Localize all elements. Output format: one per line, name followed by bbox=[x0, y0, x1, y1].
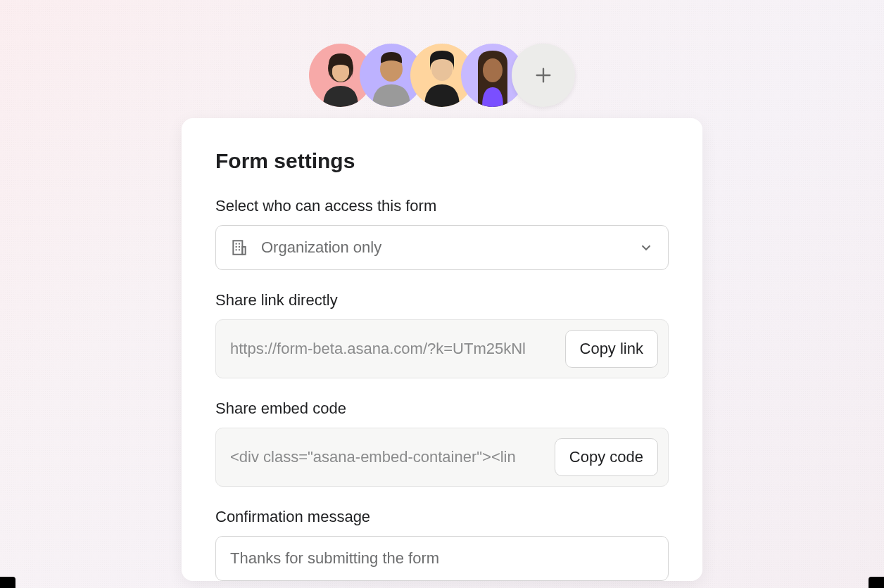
svg-rect-9 bbox=[242, 247, 245, 255]
access-section: Select who can access this form Organiza… bbox=[215, 197, 669, 270]
confirmation-section: Confirmation message bbox=[215, 508, 669, 581]
share-link-value: https://form-beta.asana.com/?k=UTm25kNl bbox=[230, 340, 555, 358]
page-title: Form settings bbox=[215, 149, 669, 173]
building-icon bbox=[230, 238, 248, 257]
embed-code-box: <div class="asana-embed-container"><lin … bbox=[215, 428, 669, 487]
chevron-down-icon bbox=[638, 240, 654, 255]
add-member-button[interactable] bbox=[512, 44, 575, 107]
access-value: Organization only bbox=[261, 238, 638, 257]
svg-point-5 bbox=[483, 58, 503, 82]
copy-code-button[interactable]: Copy code bbox=[555, 438, 658, 476]
embed-code-value: <div class="asana-embed-container"><lin bbox=[230, 448, 545, 466]
access-label: Select who can access this form bbox=[215, 197, 669, 215]
decorative-corner bbox=[869, 577, 884, 588]
access-select[interactable]: Organization only bbox=[215, 225, 669, 270]
decorative-corner bbox=[0, 577, 15, 588]
embed-code-section: Share embed code <div class="asana-embed… bbox=[215, 400, 669, 487]
form-settings-card: Form settings Select who can access this… bbox=[182, 118, 702, 581]
share-link-label: Share link directly bbox=[215, 291, 669, 309]
svg-rect-8 bbox=[233, 241, 242, 255]
share-link-section: Share link directly https://form-beta.as… bbox=[215, 291, 669, 378]
embed-code-label: Share embed code bbox=[215, 400, 669, 418]
confirmation-label: Confirmation message bbox=[215, 508, 669, 526]
confirmation-input[interactable] bbox=[215, 536, 669, 581]
plus-icon bbox=[533, 65, 553, 85]
share-link-box: https://form-beta.asana.com/?k=UTm25kNl … bbox=[215, 319, 669, 378]
avatar-row bbox=[309, 44, 575, 107]
copy-link-button[interactable]: Copy link bbox=[565, 330, 658, 368]
